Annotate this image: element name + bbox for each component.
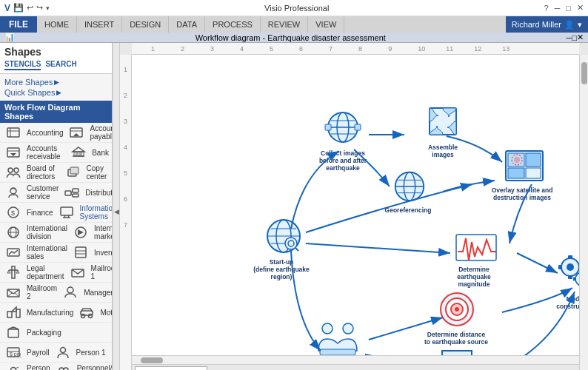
title-bar: V 💾 ↩ ↪ ▾ Visio Professional ? ─ □ ✕ — [0, 0, 588, 16]
svg-rect-0 — [7, 128, 19, 137]
user-dropdown[interactable]: ▾ — [578, 20, 582, 30]
tab-add-button[interactable]: + — [222, 367, 228, 371]
ruler-vertical: 1 2 3 4 5 6 7 — [120, 55, 132, 370]
node-determine-mag[interactable]: Determineearthquakemagnitude — [450, 227, 502, 272]
ribbon: FILE HOME INSERT DESIGN DATA PROCESS REV… — [0, 16, 588, 33]
label-overlay: Overlay satellite anddestruction images — [485, 186, 559, 201]
shape-icon-manufacturing — [3, 304, 24, 320]
shape-label-intldiv: International division — [27, 224, 67, 240]
sub-window-title: Workflow diagram - Earthquake disaster a… — [15, 33, 567, 42]
file-button[interactable]: FILE — [0, 16, 37, 33]
svg-point-59 — [11, 368, 16, 371]
list-item[interactable]: Accounting Accounts payable — [0, 123, 112, 143]
shape-icon-person1 — [53, 344, 73, 360]
list-item[interactable]: Manufacturing Motorpool — [0, 303, 112, 323]
more-shapes-link[interactable]: More Shapes ▶ — [4, 77, 107, 87]
title-bar-right: ? ─ □ ✕ — [544, 3, 584, 13]
close-btn[interactable]: ✕ — [577, 3, 584, 13]
svg-rect-19 — [73, 194, 78, 197]
svg-rect-24 — [61, 207, 73, 215]
undo-btn[interactable]: ↩ — [27, 3, 33, 13]
label-assemble: Assembleimages — [417, 144, 469, 158]
user-avatar: 👤 — [564, 20, 575, 30]
shape-icon-intlmktg — [70, 224, 91, 240]
h-scrollbar[interactable] — [132, 355, 579, 364]
tab-design[interactable]: DESIGN — [122, 16, 169, 33]
redo-btn[interactable]: ↪ — [36, 3, 43, 13]
shape-label-intlmktg: International marketing — [94, 224, 112, 240]
svg-point-12 — [8, 168, 13, 172]
shapes-title: Shapes — [4, 46, 107, 58]
node-identify[interactable]: Identify earthquakedominating factors — [310, 317, 365, 355]
sub-window-restore[interactable]: □ — [572, 33, 577, 42]
svg-point-58 — [60, 348, 65, 353]
svg-point-94 — [567, 263, 574, 271]
list-item[interactable]: Packaging — [0, 323, 112, 343]
list-item[interactable]: Accounts receivable Bank — [0, 143, 112, 163]
node-collect[interactable]: Collect imagesbefore and afterearthquake — [317, 105, 369, 149]
shape-label-person2: Person 2 — [27, 364, 50, 370]
list-item[interactable]: Person 2 Personnel/ Staff — [0, 363, 112, 370]
shape-label-payroll: Payroll — [27, 349, 50, 357]
shapes-tab-stencils[interactable]: STENCILS — [4, 59, 41, 70]
list-item[interactable]: Legal department Mailroom 1 — [0, 263, 112, 283]
list-item[interactable]: International sales Inventory — [0, 243, 112, 263]
quick-shapes-link[interactable]: Quick Shapes ▶ — [4, 87, 107, 98]
list-item[interactable]: $ Finance Information Systems — [0, 203, 112, 223]
shape-label-distribution: Distribution — [85, 189, 112, 197]
tab-home[interactable]: HOME — [37, 16, 77, 33]
sub-window-titlebar: 📊 Workflow diagram - Earthquake disaster… — [0, 33, 588, 43]
svg-text:$: $ — [11, 209, 15, 217]
tab-review[interactable]: REVIEW — [261, 16, 308, 33]
shapes-list[interactable]: Accounting Accounts payable Accounts rec… — [0, 123, 112, 370]
v-scrollbar[interactable] — [579, 55, 588, 370]
diagram-canvas[interactable]: Start-up(define earthquakeregion) — [132, 55, 579, 355]
v-scroll-thumb[interactable] — [581, 62, 587, 84]
shape-icon-finance: $ — [3, 204, 24, 221]
quick-access-save[interactable]: 💾 — [13, 3, 24, 13]
node-overlay[interactable]: Overlay satellite anddestruction images — [498, 144, 550, 192]
node-target[interactable]: Determine distanceto earthquake source — [435, 288, 478, 331]
list-item[interactable]: Board of directors Copy center — [0, 163, 112, 183]
help-btn[interactable]: ? — [544, 4, 548, 13]
tab-data[interactable]: DATA — [169, 16, 205, 33]
node-startup[interactable]: Start-up(define earthquakeregion) — [261, 214, 306, 258]
list-item[interactable]: Customer service Distribution — [0, 183, 112, 203]
h-scroll-thumb[interactable] — [141, 357, 163, 363]
node-model[interactable]: Modelconstruction — [554, 251, 579, 294]
shape-label-mailroom2: Mailroom 2 — [27, 284, 57, 300]
svg-rect-45 — [7, 312, 12, 317]
panel-collapse-arrow[interactable]: ◀ — [113, 43, 120, 370]
minimize-btn[interactable]: ─ — [555, 4, 561, 13]
shape-icon-intlsales — [3, 244, 24, 260]
svg-rect-33 — [76, 247, 86, 258]
shape-label-management: Management — [84, 289, 112, 297]
scrollbar-corner — [579, 43, 588, 55]
node-lasting[interactable]: Determineearthquake lasting — [435, 347, 478, 355]
list-item[interactable]: $ pay Payroll Person 1 — [0, 343, 112, 363]
sub-window-close[interactable]: ✕ — [577, 33, 584, 42]
list-item[interactable]: International division International mar… — [0, 223, 112, 243]
ribbon-user: Richard Miller 👤 ▾ — [506, 20, 588, 30]
node-assemble[interactable]: Assembleimages — [421, 99, 465, 144]
shapes-tab-search[interactable]: SEARCH — [45, 59, 76, 70]
shape-icon-mailroom2 — [3, 284, 24, 300]
label-determine-mag: Determineearthquakemagnitude — [444, 266, 504, 289]
restore-btn[interactable]: □ — [566, 4, 571, 13]
ruler-horizontal: 12345678910111213 — [132, 43, 579, 55]
tab-workflow-chart[interactable]: Work flow chart — [135, 366, 207, 370]
shape-icon-board — [3, 164, 24, 181]
sub-window-minimize[interactable]: ─ — [567, 33, 572, 42]
tab-process[interactable]: PROCESS — [205, 16, 261, 33]
shape-icon-inventory — [70, 244, 91, 260]
shape-icon-infosystems — [56, 204, 77, 221]
shapes-links: More Shapes ▶ Quick Shapes ▶ — [0, 74, 112, 101]
shape-icon-legaldept — [3, 264, 24, 280]
tab-view[interactable]: VIEW — [308, 16, 344, 33]
node-georef[interactable]: Georeferencing — [387, 168, 432, 205]
user-name: Richard Miller — [512, 20, 561, 29]
list-item[interactable]: Mailroom 2 Management — [0, 283, 112, 303]
label-collect: Collect imagesbefore and afterearthquake — [310, 149, 376, 172]
shape-label-bank: Bank — [92, 149, 109, 157]
tab-insert[interactable]: INSERT — [77, 16, 122, 33]
